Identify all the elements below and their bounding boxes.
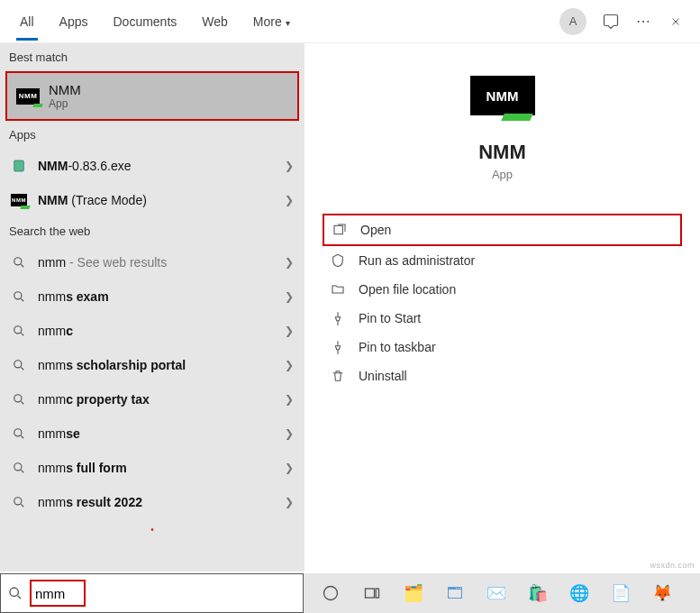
- search-icon: [11, 494, 27, 510]
- user-avatar[interactable]: A: [559, 8, 586, 35]
- search-bar[interactable]: [0, 573, 304, 613]
- svg-point-11: [324, 587, 338, 600]
- taskbar-app-icon[interactable]: 🗔: [444, 582, 466, 604]
- web-result-item[interactable]: nmmse❯: [0, 416, 305, 451]
- search-icon: [1, 586, 30, 600]
- best-match-item[interactable]: NMM NMM App: [5, 71, 299, 121]
- tab-documents[interactable]: Documents: [100, 4, 189, 40]
- taskbar-explorer-icon[interactable]: 🗂️: [403, 582, 424, 604]
- chevron-right-icon: ❯: [285, 256, 294, 269]
- svg-rect-9: [334, 225, 342, 233]
- action-pin-start-label: Pin to Start: [359, 311, 421, 325]
- action-uninstall[interactable]: Uninstall: [323, 361, 682, 390]
- pager-dots: •: [0, 519, 305, 540]
- chevron-right-icon: ❯: [285, 359, 294, 371]
- chevron-right-icon: ❯: [285, 427, 294, 440]
- shield-icon: [330, 252, 346, 269]
- svg-point-8: [14, 498, 22, 505]
- search-icon: [11, 323, 27, 339]
- taskbar-firefox-icon[interactable]: 🦊: [651, 582, 673, 604]
- chevron-right-icon: ❯: [285, 194, 294, 206]
- open-icon: [332, 222, 348, 238]
- chevron-right-icon: ❯: [285, 462, 294, 474]
- taskbar-cortana-icon[interactable]: [320, 582, 341, 604]
- app-result-label: NMM-0.83.6.exe: [38, 159, 274, 173]
- web-result-label: nmm - See web results: [38, 255, 274, 270]
- more-options-icon[interactable]: ⋯: [635, 14, 651, 30]
- action-location-label: Open file location: [359, 282, 456, 297]
- nmm-icon: NMM: [16, 88, 40, 105]
- svg-point-7: [14, 463, 22, 471]
- svg-rect-0: [14, 160, 24, 171]
- chevron-right-icon: ❯: [285, 160, 294, 172]
- svg-point-4: [14, 361, 22, 368]
- taskbar-notepad-icon[interactable]: 📄: [610, 582, 632, 604]
- app-logo: NMM: [470, 76, 535, 115]
- search-icon: [11, 254, 27, 270]
- taskbar-mail-icon[interactable]: ✉️: [486, 582, 507, 604]
- app-icon: NMM: [11, 192, 27, 208]
- taskbar-store-icon[interactable]: 🛍️: [527, 582, 549, 604]
- svg-rect-13: [376, 589, 378, 598]
- chevron-right-icon: ❯: [285, 290, 294, 303]
- tab-all[interactable]: All: [7, 4, 47, 40]
- search-icon: [11, 425, 27, 442]
- trash-icon: [330, 368, 346, 384]
- taskbar-edge-icon[interactable]: 🌐: [568, 582, 590, 604]
- taskbar-taskview-icon[interactable]: [361, 582, 383, 604]
- search-icon: [11, 391, 27, 407]
- chevron-down-icon: ▾: [286, 18, 290, 28]
- svg-point-2: [14, 292, 22, 299]
- search-icon: [11, 460, 27, 476]
- search-icon: [11, 357, 27, 373]
- pin-icon: [330, 310, 346, 326]
- action-uninstall-label: Uninstall: [359, 369, 407, 383]
- close-icon[interactable]: [668, 14, 684, 30]
- search-tabs: All Apps Documents Web More▾ A ⋯: [0, 0, 700, 43]
- svg-point-5: [14, 395, 22, 402]
- web-result-label: nmmse: [38, 426, 274, 441]
- app-result-label: NMM (Trace Mode): [38, 193, 274, 207]
- tab-web[interactable]: Web: [189, 4, 241, 40]
- web-result-item[interactable]: nmmc property tax❯: [0, 382, 305, 416]
- action-run-admin[interactable]: Run as administrator: [323, 246, 682, 275]
- web-result-label: nmmc property tax: [38, 392, 274, 407]
- folder-icon: [330, 281, 346, 297]
- action-admin-label: Run as administrator: [359, 253, 475, 268]
- app-result-item[interactable]: NMMNMM (Trace Mode)❯: [0, 183, 305, 217]
- taskbar: 🗂️ 🗔 ✉️ 🛍️ 🌐 📄 🦊: [304, 573, 700, 613]
- svg-point-1: [14, 258, 22, 265]
- web-result-item[interactable]: nmm - See web results❯: [0, 245, 305, 279]
- chevron-right-icon: ❯: [285, 393, 294, 406]
- web-result-label: nmms result 2022: [38, 495, 274, 509]
- web-result-item[interactable]: nmms result 2022❯: [0, 485, 305, 519]
- tab-apps[interactable]: Apps: [47, 4, 101, 40]
- search-input[interactable]: [35, 586, 80, 601]
- action-open[interactable]: Open: [323, 214, 682, 246]
- action-pin-taskbar[interactable]: Pin to taskbar: [323, 333, 682, 361]
- action-open-location[interactable]: Open file location: [323, 275, 682, 304]
- action-pin-taskbar-label: Pin to taskbar: [359, 340, 436, 354]
- search-icon: [11, 288, 27, 305]
- web-result-item[interactable]: nmms scholarship portal❯: [0, 348, 305, 382]
- app-icon: [11, 158, 27, 174]
- results-panel: Best match NMM NMM App Apps NMM-0.83.6.e…: [0, 43, 305, 572]
- section-search-web: Search the web: [0, 217, 305, 242]
- svg-point-6: [14, 429, 22, 436]
- tab-more[interactable]: More▾: [241, 4, 303, 40]
- best-match-subtitle: App: [49, 97, 81, 110]
- svg-rect-12: [366, 589, 375, 598]
- watermark: wsxdn.com: [650, 561, 695, 570]
- app-title: NMM: [323, 141, 682, 164]
- app-subtitle: App: [323, 168, 682, 181]
- web-result-item[interactable]: nmmc❯: [0, 314, 305, 348]
- action-pin-start[interactable]: Pin to Start: [323, 304, 682, 333]
- web-result-item[interactable]: nmms full form❯: [0, 451, 305, 485]
- detail-panel: NMM NMM App Open Run as administrator Op…: [305, 43, 700, 572]
- web-result-item[interactable]: nmms exam❯: [0, 279, 305, 314]
- svg-point-3: [14, 326, 22, 334]
- feedback-icon[interactable]: [603, 14, 619, 30]
- section-apps: Apps: [0, 121, 305, 145]
- pin-icon: [330, 339, 346, 355]
- app-result-item[interactable]: NMM-0.83.6.exe❯: [0, 149, 305, 183]
